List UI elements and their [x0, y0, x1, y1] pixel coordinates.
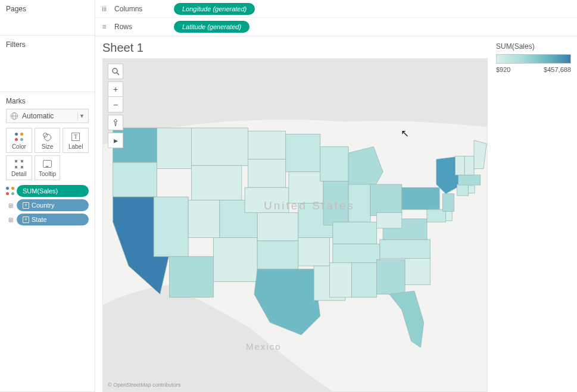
hierarchy-icon: ⊞	[6, 201, 14, 209]
top-shelves: iii Columns Longitude (generated) ≡ Rows…	[95, 0, 577, 36]
pin-icon	[112, 118, 119, 127]
rows-shelf[interactable]: ≡ Rows Latitude (generated)	[95, 18, 577, 36]
legend-title: SUM(Sales)	[496, 42, 571, 51]
mark-type-select[interactable]: Automatic ▼	[6, 109, 89, 123]
rows-pill-latitude[interactable]: Latitude (generated)	[174, 21, 249, 33]
state-delaware	[446, 211, 453, 221]
marks-pill-sales[interactable]: SUM(Sales)	[6, 185, 89, 197]
state-new-mexico	[213, 238, 257, 282]
filters-shelf[interactable]: Filters	[0, 36, 95, 92]
caret-down-icon: ▼	[77, 112, 86, 120]
us-choropleth-map	[103, 59, 487, 391]
plus-icon[interactable]: +	[23, 202, 29, 209]
filters-title: Filters	[6, 40, 89, 49]
marks-label-button[interactable]: T Label	[63, 128, 89, 153]
svg-point-3	[113, 68, 117, 73]
state-pennsylvania	[402, 187, 439, 209]
legend-gradient	[496, 54, 571, 64]
zoom-out-button[interactable]: −	[108, 97, 123, 112]
sheet-title[interactable]: Sheet 1	[102, 41, 488, 55]
marks-color-button[interactable]: Color	[6, 128, 32, 153]
rows-icon: ≡	[100, 23, 108, 31]
map-tools-expand-button[interactable]: ▸	[108, 133, 123, 148]
state-south-carolina	[405, 256, 430, 284]
marks-card: Marks Automatic ▼ Color Size T Label	[0, 92, 95, 392]
state-north-dakota	[248, 131, 285, 159]
detail-icon	[15, 160, 23, 168]
marks-title: Marks	[6, 97, 89, 105]
color-icon	[15, 133, 23, 141]
state-idaho	[157, 128, 191, 169]
state-maine	[474, 140, 486, 168]
columns-icon: iii	[100, 5, 108, 13]
pages-title: Pages	[6, 5, 89, 13]
svg-line-4	[117, 73, 119, 75]
pages-shelf[interactable]: Pages	[0, 0, 95, 36]
state-wisconsin	[320, 147, 348, 181]
label-icon: T	[71, 133, 80, 141]
marks-tooltip-button[interactable]: Tooltip	[35, 155, 61, 180]
state-kentucky	[333, 222, 377, 244]
columns-label: Columns	[114, 5, 168, 13]
state-kansas	[257, 212, 298, 240]
state-west-virginia	[377, 212, 402, 228]
state-nebraska	[245, 187, 289, 212]
map-search-button[interactable]	[108, 64, 123, 79]
pill-label: State	[32, 216, 47, 223]
size-icon	[43, 133, 51, 141]
state-tennessee	[333, 244, 380, 263]
minus-icon: −	[113, 100, 118, 109]
marks-size-label: Size	[42, 143, 53, 150]
marks-pill-state[interactable]: ⊞ +State	[6, 214, 89, 225]
plus-icon: +	[113, 84, 118, 94]
mark-type-label: Automatic	[22, 112, 54, 120]
state-illinois	[323, 181, 348, 225]
columns-shelf[interactable]: iii Columns Longitude (generated)	[95, 0, 577, 18]
state-montana	[191, 128, 248, 165]
state-alabama	[351, 263, 376, 297]
zoom-in-button[interactable]: +	[108, 81, 123, 97]
state-north-carolina	[380, 240, 430, 259]
state-new-jersey	[442, 194, 454, 212]
tooltip-icon	[43, 160, 52, 168]
state-arizona	[170, 256, 214, 297]
globe-icon	[10, 112, 18, 120]
map-canvas[interactable]: United States Mexico ↖ + − ▸ © OpenStree…	[102, 58, 488, 392]
state-nevada	[154, 197, 188, 256]
pin-button[interactable]	[108, 115, 123, 130]
state-arkansas	[298, 238, 330, 266]
state-vermont	[455, 156, 464, 175]
state-iowa	[289, 172, 323, 203]
state-georgia	[377, 260, 405, 294]
state-rhode-island	[469, 186, 475, 193]
state-florida	[389, 291, 424, 347]
color-icon	[6, 187, 14, 195]
state-ohio	[370, 184, 402, 216]
state-oklahoma	[257, 241, 298, 269]
marks-label-label: Label	[68, 143, 83, 150]
search-icon	[112, 68, 120, 76]
marks-tooltip-label: Tooltip	[39, 171, 56, 177]
plus-icon[interactable]: +	[23, 217, 29, 223]
state-minnesota	[286, 134, 320, 172]
marks-size-button[interactable]: Size	[35, 128, 61, 153]
play-icon: ▸	[114, 136, 118, 145]
pill-label: SUM(Sales)	[23, 187, 58, 195]
state-oregon	[113, 162, 157, 197]
marks-detail-button[interactable]: Detail	[6, 155, 32, 180]
state-wyoming	[191, 165, 241, 200]
state-new-hampshire	[464, 156, 474, 175]
legend-max: $457,688	[544, 66, 571, 73]
state-texas	[254, 269, 320, 335]
legend-min: $920	[496, 66, 510, 73]
marks-pill-country[interactable]: ⊞ +Country	[6, 199, 89, 211]
state-south-dakota	[248, 159, 285, 187]
state-indiana	[348, 184, 370, 222]
marks-detail-label: Detail	[11, 171, 27, 177]
state-connecticut	[457, 184, 469, 196]
hierarchy-icon: ⊞	[6, 215, 14, 224]
columns-pill-longitude[interactable]: Longitude (generated)	[174, 3, 255, 15]
marks-color-label: Color	[12, 143, 26, 150]
color-legend[interactable]: SUM(Sales) $920 $457,688	[488, 36, 577, 392]
side-panels: Pages Filters Marks Automatic ▼ Color Si…	[0, 0, 95, 392]
